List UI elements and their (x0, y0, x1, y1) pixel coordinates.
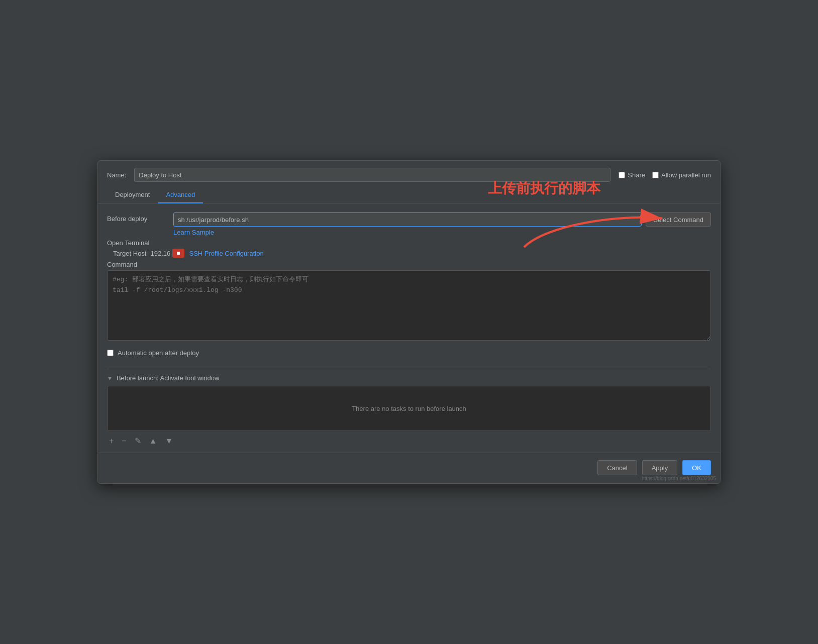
before-launch-empty-area: There are no tasks to run before launch (107, 386, 711, 431)
before-deploy-label: Before deploy (107, 212, 167, 223)
learn-sample-link[interactable]: Learn Sample (173, 229, 214, 236)
chevron-down-icon: ▼ (107, 375, 113, 381)
add-task-button[interactable]: + (107, 436, 116, 447)
tab-deployment[interactable]: Deployment (107, 187, 158, 203)
tabs-bar: Deployment Advanced (98, 187, 720, 203)
auto-open-label: Automatic open after deploy (118, 349, 199, 357)
before-deploy-input[interactable] (173, 212, 642, 227)
command-area (107, 270, 711, 342)
open-terminal-label: Open Terminal (107, 239, 149, 247)
before-launch-label: Before launch: Activate tool window (117, 374, 220, 382)
parallel-checkbox[interactable] (652, 172, 659, 178)
apply-button[interactable]: Apply (642, 460, 678, 475)
select-command-button[interactable]: Select Command (646, 212, 711, 227)
move-up-button[interactable]: ▲ (147, 436, 159, 447)
header-options: Share Allow parallel run (619, 171, 711, 179)
before-deploy-row: Select Command (173, 212, 711, 227)
watermark: https://blog.csdn.net/u012632105 (642, 476, 716, 481)
tab-advanced[interactable]: Advanced (158, 187, 203, 203)
command-label-row: Command (107, 261, 711, 268)
ssh-profile-link[interactable]: SSH Profile Configuration (189, 250, 264, 257)
before-deploy-field-row: Before deploy Select Command (107, 212, 711, 236)
before-launch-toolbar: + − ✎ ▲ ▼ (107, 431, 711, 453)
command-label: Command (107, 261, 137, 268)
auto-open-checkbox[interactable] (107, 350, 114, 356)
before-launch-header[interactable]: ▼ Before launch: Activate tool window (107, 369, 711, 386)
cancel-button[interactable]: Cancel (597, 460, 637, 475)
dialog-body: Before deploy Select Command (98, 203, 720, 453)
share-checkbox[interactable] (619, 172, 625, 178)
ip-badge: ■ (172, 249, 184, 258)
ip-text: 192.16 (150, 250, 170, 257)
name-label: Name: (107, 171, 126, 179)
remove-task-button[interactable]: − (120, 436, 128, 447)
move-down-button[interactable]: ▼ (163, 436, 175, 447)
dialog-header: Name: Share Allow parallel run (98, 161, 720, 187)
before-deploy-content: Select Command Learn Sample (173, 212, 711, 236)
before-launch-section: ▼ Before launch: Activate tool window Th… (107, 369, 711, 453)
command-textarea[interactable] (107, 270, 711, 341)
ok-button[interactable]: OK (682, 460, 711, 475)
target-host-row: Target Host 192.16 ■ SSH Profile Configu… (107, 249, 711, 258)
share-checkbox-label[interactable]: Share (619, 171, 645, 179)
before-launch-empty-text: There are no tasks to run before launch (352, 405, 466, 412)
target-host-label: Target Host (113, 250, 146, 257)
dialog-footer: Cancel Apply OK (98, 453, 720, 483)
auto-open-row: Automatic open after deploy (107, 349, 711, 357)
share-label: Share (628, 171, 645, 179)
parallel-checkbox-label[interactable]: Allow parallel run (652, 171, 711, 179)
open-terminal-row: Open Terminal (107, 239, 711, 247)
name-input[interactable] (134, 168, 610, 182)
parallel-label: Allow parallel run (661, 171, 711, 179)
before-deploy-wrapper: Select Command (173, 212, 711, 227)
edit-task-button[interactable]: ✎ (133, 435, 143, 447)
run-debug-dialog: Name: Share Allow parallel run Deploymen… (97, 160, 721, 484)
